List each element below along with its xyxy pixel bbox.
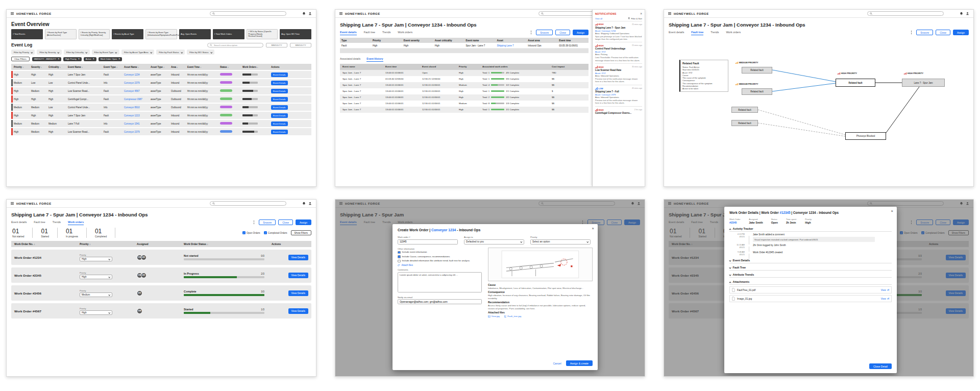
menu-icon[interactable] xyxy=(11,202,14,205)
event-details-button[interactable]: Event Details xyxy=(271,81,288,85)
column-header[interactable]: Event Name ↓ xyxy=(67,66,103,68)
close-icon[interactable]: × xyxy=(58,58,59,60)
table-row[interactable]: Spur Jam - Lane 7 13:44:01 01/06/01 12:3… xyxy=(340,82,589,88)
column-header[interactable]: Priority xyxy=(458,65,481,68)
column-header[interactable]: Event closed xyxy=(421,65,458,68)
priority-select[interactable]: Medium xyxy=(80,292,112,297)
kpi-chip[interactable]: # Events by Event Type [Informational/Sy… xyxy=(145,29,177,39)
column-header[interactable]: Priority ↓ xyxy=(80,242,137,246)
tab-fault-tree[interactable]: Fault tree xyxy=(364,30,375,35)
view-details-button[interactable]: View Details xyxy=(288,308,308,314)
assign-create-button[interactable]: Assign & create xyxy=(566,360,593,366)
attach-files-link[interactable]: Attach files xyxy=(398,264,482,266)
open-orders-checkbox[interactable]: Open Orders xyxy=(242,231,260,234)
section-header[interactable]: Attribute Trends xyxy=(729,273,892,276)
table-row[interactable]: High High High Lane 7 Spur Jam Fault Con… xyxy=(11,112,311,119)
work-order-row[interactable]: Work Order #1234 Priority High GM AS Not… xyxy=(11,250,311,265)
work-order-row[interactable]: Work Order #4567 Priority High GM Starte… xyxy=(11,303,311,319)
asset-link[interactable]: Conveyor 2379 xyxy=(123,131,150,133)
related-fault-node[interactable]: Related fault xyxy=(731,107,758,113)
filter-chip[interactable]: Active× xyxy=(84,57,96,61)
column-header[interactable]: Work Orders ↓ xyxy=(241,66,270,68)
event-details-button[interactable]: Event Details xyxy=(271,113,288,118)
snooze-button[interactable]: Snooze xyxy=(259,219,276,225)
lane-spur-jam-node[interactable]: Lane 7 - Spur Jam xyxy=(902,79,945,87)
table-row[interactable]: Spur Jam - Lane 7 13:44:01 01/06/01 12:3… xyxy=(340,101,589,107)
table-row[interactable]: Spur Jam - Lane 7 13:44:01 01/06/01 12:3… xyxy=(340,107,589,113)
asset-link[interactable]: Conveyor 1213 xyxy=(123,114,150,117)
filter-sort-control[interactable]: Filter & Sort xyxy=(628,17,642,20)
assign-to-select[interactable]: Defaulted to you xyxy=(464,239,524,245)
assign-button[interactable]: Assign xyxy=(573,30,589,35)
table-row[interactable]: Medium Medium Medium Lane 7 Full Info Co… xyxy=(11,120,311,127)
view-file-link[interactable]: View xyxy=(881,289,889,291)
tab-work-orders[interactable]: Work orders xyxy=(398,30,412,35)
tab-trends[interactable]: Trends xyxy=(382,30,390,35)
tab-event-details[interactable]: Event details xyxy=(340,30,357,35)
user-icon[interactable] xyxy=(308,12,312,15)
event-details-button[interactable]: Event Details xyxy=(271,130,288,134)
table-row[interactable]: Medium Medium Low Control Panel Unde... … xyxy=(11,104,311,111)
photoeye-blocked-node[interactable]: Photoeye Blocked xyxy=(845,132,886,140)
filter-chip[interactable]: MM/DD/YY - MM/DD/YY× xyxy=(32,57,61,61)
event-search-input[interactable]: Search event description xyxy=(207,43,263,47)
bell-icon[interactable] xyxy=(302,202,306,205)
filter-chip[interactable]: High Priority× xyxy=(63,57,82,61)
avatar[interactable]: AS xyxy=(141,255,146,260)
tab-fault-tree[interactable]: Fault tree xyxy=(691,30,703,35)
column-header[interactable]: Asset Type ↓ xyxy=(150,66,170,68)
completed-orders-checkbox[interactable]: Completed Orders xyxy=(264,231,287,234)
column-header[interactable]: Work Order No. ↓ xyxy=(14,242,80,246)
column-header[interactable]: Event time xyxy=(384,65,421,68)
kpi-chip[interactable]: # Total Work Orders xyxy=(213,29,244,39)
tab-event-details[interactable]: Event details xyxy=(669,30,684,35)
file-link[interactable]: View.jpg xyxy=(488,315,500,317)
attachments-header[interactable]: Attachments xyxy=(729,280,892,283)
priority-select[interactable]: High xyxy=(80,257,112,261)
table-row[interactable]: Medium Low Low Control Panel Unde... Inf… xyxy=(11,79,311,86)
related-fault-node[interactable]: Related fault xyxy=(742,67,772,74)
user-icon[interactable] xyxy=(966,12,969,15)
table-row[interactable]: High High High Lane 7 Spur Jam Fault Con… xyxy=(11,71,311,78)
work-order-row[interactable]: Work Order #3456 Priority Medium AS Comp… xyxy=(11,285,311,301)
tab-event-history[interactable]: Event History xyxy=(366,57,383,62)
filter-dropdown[interactable]: Filter by WO Status xyxy=(187,50,214,55)
avatar[interactable]: GM xyxy=(137,308,142,314)
column-header[interactable]: Actions xyxy=(270,66,297,68)
filter-dropdown[interactable]: Filter by Criticality xyxy=(64,50,90,55)
section-header[interactable]: Event Details xyxy=(729,259,892,262)
section-header[interactable]: Fault Tree xyxy=(729,266,892,269)
kpi-chip[interactable]: Avg. Open WO Time xyxy=(280,29,311,39)
column-header[interactable]: Work Order Status ↓ xyxy=(184,242,272,246)
table-row[interactable]: High Medium High Low Scanner Read... Fau… xyxy=(11,128,311,135)
tab-fault-tree[interactable]: Fault tree xyxy=(34,220,45,225)
column-header[interactable]: Status ↓ xyxy=(219,66,241,68)
close-button[interactable]: Close xyxy=(555,30,570,35)
header-search[interactable] xyxy=(210,11,286,16)
checkbox-item[interactable]: Include event information xyxy=(398,251,482,254)
view-details-button[interactable]: View Details xyxy=(288,290,308,296)
snooze-button[interactable]: Snooze xyxy=(536,30,553,35)
column-header[interactable]: Assigned xyxy=(137,242,184,246)
avatar[interactable]: AS xyxy=(141,273,146,278)
attachment-row[interactable]: FaultTree_01.pdf View xyxy=(729,286,892,294)
asset-link[interactable]: Conveyor 1234 xyxy=(123,74,150,76)
notification-card[interactable]: HIGH 25 mins ago Shipping Lane 7 - Spur … xyxy=(595,21,642,42)
work-order-number-input[interactable] xyxy=(398,239,458,245)
close-icon[interactable]: × xyxy=(118,58,120,60)
related-fault-node[interactable]: Related fault xyxy=(731,120,758,126)
checkbox-item[interactable]: Include detailed information like attrib… xyxy=(398,259,482,262)
kpi-chip[interactable]: # WOs by Status [Open/In Progress/Needs … xyxy=(247,29,278,39)
table-row[interactable]: Spur Jam - Lane 7 13:44:01 01/06/01 12:3… xyxy=(340,94,589,101)
view-details-button[interactable]: View Details xyxy=(288,255,308,260)
priority-select[interactable]: High xyxy=(80,275,112,279)
tab-event-details[interactable]: Event details xyxy=(11,220,27,225)
asset-link[interactable]: Conveyor 8910 xyxy=(123,106,150,109)
kpi-chip[interactable]: Avg. Open Events xyxy=(179,29,211,39)
date-to-input[interactable]: MM/DD/YY xyxy=(290,43,311,47)
table-row[interactable]: High High High Centrifugal Compr... Faul… xyxy=(11,95,311,103)
kebab-menu-icon[interactable] xyxy=(254,221,255,224)
asset-link[interactable]: Conveyor 4567 xyxy=(123,90,150,92)
email-input[interactable] xyxy=(398,299,482,304)
notification-card[interactable]: HIGH 2 hrs ago Centrifugal Compressor Ov… xyxy=(595,106,642,117)
